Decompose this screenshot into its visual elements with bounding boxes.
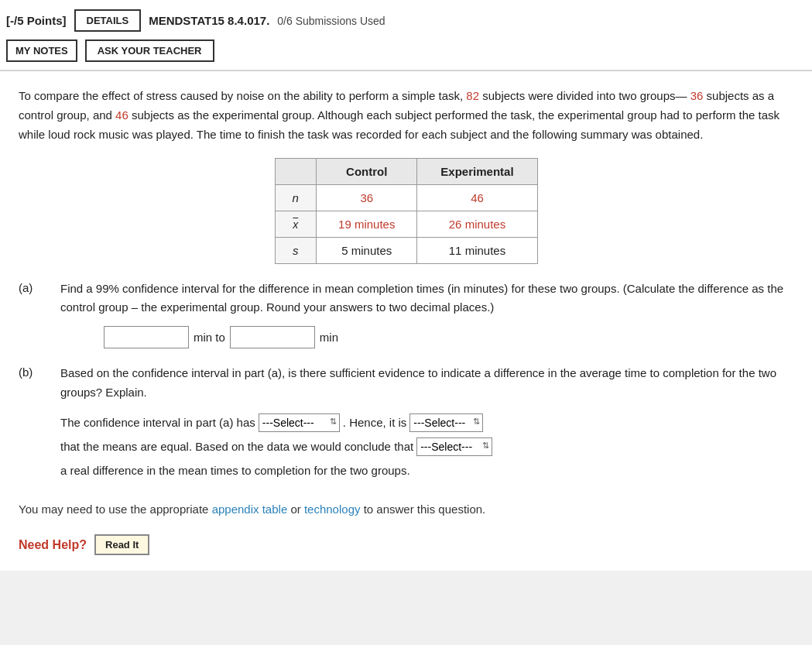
- problem-intro: To compare the effect of stress caused b…: [19, 87, 793, 144]
- sentence1-start: The confidence interval in part (a) has: [60, 412, 255, 433]
- row-label-xbar: x: [275, 211, 317, 238]
- table-row: n 36 46: [275, 185, 537, 211]
- appendix-table-link[interactable]: appendix table: [212, 503, 288, 516]
- problem-id: MENDSTAT15 8.4.017.: [149, 14, 269, 27]
- footer-note: You may need to use the appropriate appe…: [19, 499, 793, 520]
- text1: subjects were divided into two groups—: [482, 89, 687, 102]
- n-experimental: 46: [115, 108, 128, 122]
- my-notes-button[interactable]: MY NOTES: [6, 39, 77, 62]
- ask-teacher-button[interactable]: ASK YOUR TEACHER: [85, 39, 214, 62]
- control-xbar: 19 minutes: [317, 211, 417, 238]
- sentence2-end: a real difference in the mean times to c…: [60, 460, 410, 481]
- summary-table: Control Experimental n 36 46 x 19 minute…: [275, 158, 538, 264]
- part-b-text: Based on the confidence interval in part…: [60, 364, 793, 403]
- n-control: 36: [690, 89, 704, 102]
- experimental-n: 46: [417, 185, 537, 211]
- select2-wrapper[interactable]: ---Select--- likely unlikely: [409, 412, 483, 433]
- intro-text: To compare the effect of stress caused b…: [19, 89, 463, 102]
- min-to-label: min to: [194, 331, 225, 344]
- control-s: 5 minutes: [317, 238, 417, 264]
- details-button[interactable]: DETAILS: [74, 9, 142, 32]
- part-a-text: Find a 99% confidence interval for the d…: [60, 282, 783, 314]
- part-b-answer-row: The confidence interval in part (a) has …: [60, 412, 793, 481]
- table-header-control: Control: [317, 159, 417, 185]
- select3-wrapper[interactable]: ---Select--- there is there is not: [416, 436, 492, 457]
- table-header-experimental: Experimental: [417, 159, 537, 185]
- control-n: 36: [317, 185, 417, 211]
- part-a-label: (a): [19, 280, 60, 294]
- submissions-count: 0/6 Submissions Used: [277, 15, 385, 27]
- select2-dropdown[interactable]: ---Select--- likely unlikely: [409, 413, 483, 432]
- n-total: 82: [466, 89, 479, 102]
- footer-text-start: You may need to use the appropriate: [19, 503, 208, 516]
- part-a-input1[interactable]: [104, 326, 189, 348]
- experimental-s: 11 minutes: [417, 238, 537, 264]
- sentence1-end: . Hence, it is: [343, 412, 407, 433]
- need-help-section: Need Help? Read It: [19, 534, 793, 555]
- select1-wrapper[interactable]: ---Select--- zero in it zero not in it: [259, 412, 340, 433]
- select1-dropdown[interactable]: ---Select--- zero in it zero not in it: [259, 413, 340, 432]
- table-row: s 5 minutes 11 minutes: [275, 238, 537, 264]
- part-a-section: (a) Find a 99% confidence interval for t…: [19, 280, 793, 348]
- table-row: x 19 minutes 26 minutes: [275, 211, 537, 238]
- need-help-label: Need Help?: [19, 538, 87, 552]
- part-a-input2[interactable]: [230, 326, 315, 348]
- sentence1-end2: that the means are equal. Based on the d…: [60, 436, 413, 457]
- row-label-n: n: [275, 185, 317, 211]
- experimental-xbar: 26 minutes: [417, 211, 537, 238]
- text3: subjects as the experimental group. Alth…: [19, 108, 779, 141]
- table-header-empty: [275, 159, 317, 185]
- part-b-label: (b): [19, 364, 60, 379]
- footer-text-middle: or: [290, 503, 300, 516]
- points-label: [-/5 Points]: [6, 14, 67, 27]
- select3-dropdown[interactable]: ---Select--- there is there is not: [416, 437, 492, 456]
- part-b-section: (b) Based on the confidence interval in …: [19, 364, 793, 481]
- min-label: min: [320, 331, 338, 344]
- read-it-button[interactable]: Read It: [94, 534, 149, 555]
- row-label-s: s: [275, 238, 317, 264]
- footer-text-end: to answer this question.: [364, 503, 486, 516]
- technology-link[interactable]: technology: [304, 503, 361, 516]
